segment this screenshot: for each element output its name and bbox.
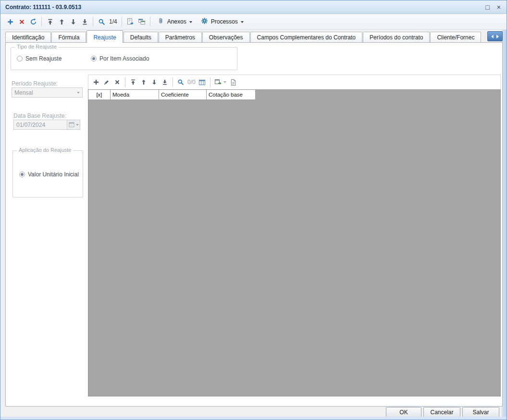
radio-label: Valor Unitário Inicial xyxy=(28,171,79,178)
periodo-reajuste-value: Mensal xyxy=(12,89,74,96)
data-base-reajuste-label: Data Base Reajuste: xyxy=(13,112,66,119)
radio-circle-icon xyxy=(17,56,23,62)
data-base-reajuste-field: 01/07/2024 xyxy=(13,120,80,130)
maximize-button[interactable]: □ xyxy=(485,4,489,11)
titlebar[interactable]: Contrato: 111111 - 03.9.0513 □ × xyxy=(0,0,507,14)
save-button[interactable]: Salvar xyxy=(462,407,499,417)
radio-por-item-associado[interactable]: Por Item Associado xyxy=(91,55,149,62)
pencil-icon xyxy=(103,79,110,86)
toolbar-separator xyxy=(210,77,210,87)
date-picker-button[interactable] xyxy=(67,120,80,130)
grid-column-header[interactable]: Cotação base xyxy=(207,90,256,100)
refresh-icon xyxy=(30,18,37,25)
tab-periodos-contrato[interactable]: Períodos do contrato xyxy=(363,32,430,42)
date-input[interactable]: 01/07/2024 xyxy=(13,120,67,130)
grid-column-header[interactable]: Coeficiente xyxy=(159,90,207,100)
delete-record-button[interactable] xyxy=(16,16,27,27)
tab-scroll-left-icon[interactable] xyxy=(491,35,494,38)
previous-record-button[interactable] xyxy=(56,16,67,27)
window-title: Contrato: 111111 - 03.9.0513 xyxy=(5,4,81,11)
chevron-down-icon xyxy=(77,92,80,94)
plus-icon xyxy=(7,18,14,25)
grid-report-button[interactable] xyxy=(228,77,239,87)
grid-edit-button[interactable] xyxy=(101,77,112,87)
grid-column-header[interactable]: [x] xyxy=(88,90,111,100)
chevron-down-icon xyxy=(223,81,226,83)
paperclip-icon xyxy=(157,17,164,26)
first-record-button[interactable] xyxy=(44,16,56,27)
tab-scroll-box xyxy=(487,31,503,41)
close-button[interactable]: × xyxy=(497,4,501,11)
radio-valor-unitario-inicial[interactable]: Valor Unitário Inicial xyxy=(19,171,79,178)
document-icon xyxy=(230,79,237,86)
grid-header: [x] Moeda Coeficiente Cotação base xyxy=(88,90,500,100)
tab-identificacao[interactable]: Identificação xyxy=(5,32,51,42)
grid-column-header[interactable]: Moeda xyxy=(111,90,159,100)
anexos-label: Anexos xyxy=(167,18,186,25)
grid-search-button[interactable] xyxy=(175,77,186,87)
window-frame-bottom xyxy=(0,417,507,420)
hierarchy-button[interactable] xyxy=(124,16,136,27)
search-icon xyxy=(177,79,184,86)
window-frame-left xyxy=(0,30,2,420)
export-icon xyxy=(214,78,222,86)
periodo-reajuste-select[interactable]: Mensal xyxy=(12,87,83,98)
combo-dropdown-button[interactable] xyxy=(74,88,82,97)
tab-defaults[interactable]: Defaults xyxy=(124,32,158,42)
radio-sem-reajuste[interactable]: Sem Reajuste xyxy=(17,55,62,62)
aplicacao-do-reajuste-group: Aplicação do Reajuste Valor Unitário Ini… xyxy=(12,150,83,198)
search-button[interactable] xyxy=(96,16,107,27)
grid-first-button[interactable] xyxy=(128,77,138,87)
refresh-button[interactable] xyxy=(27,16,39,27)
search-icon xyxy=(98,18,105,25)
tab-formula[interactable]: Fórmula xyxy=(51,32,86,42)
grid-prev-button[interactable] xyxy=(138,77,149,87)
delete-x-icon xyxy=(114,79,121,86)
toolbar-separator xyxy=(125,77,125,87)
related-window-button[interactable] xyxy=(136,16,148,27)
columns-icon xyxy=(198,79,206,86)
arrow-up-bar-icon xyxy=(130,79,136,86)
toolbar-separator xyxy=(93,17,93,26)
plus-icon xyxy=(93,79,99,86)
grid-add-button[interactable] xyxy=(91,77,101,87)
gear-icon xyxy=(201,17,208,26)
contract-window: Contrato: 111111 - 03.9.0513 □ × xyxy=(0,0,507,420)
main-toolbar: 1/4 Anexos Processos xyxy=(0,14,507,30)
record-counter: 1/4 xyxy=(109,18,117,25)
processos-button[interactable]: Processos xyxy=(197,16,248,27)
tab-reajuste[interactable]: Reajuste xyxy=(87,30,123,43)
anexos-button[interactable]: Anexos xyxy=(153,16,197,27)
tab-strip: Identificação Fórmula Reajuste Defaults … xyxy=(5,30,503,42)
arrow-down-icon xyxy=(151,79,158,86)
tab-observacoes[interactable]: Observações xyxy=(202,32,250,42)
aplicacao-do-reajuste-legend: Aplicação do Reajuste xyxy=(17,147,73,153)
periodo-reajuste-label: Período Reajuste: xyxy=(12,80,58,87)
tab-campos-complementares[interactable]: Campos Complementares do Contrato xyxy=(250,32,362,42)
tab-scroll-right-icon[interactable] xyxy=(496,35,499,38)
last-record-button[interactable] xyxy=(79,16,90,27)
processos-label: Processos xyxy=(211,18,238,25)
ok-button[interactable]: OK xyxy=(386,407,421,417)
reajuste-tab-panel: Tipo de Reajuste Sem Reajuste Por Item A… xyxy=(5,42,503,407)
add-record-button[interactable] xyxy=(4,16,16,27)
grid-delete-button[interactable] xyxy=(112,77,123,87)
next-record-button[interactable] xyxy=(67,16,79,27)
tab-cliente-fornecedor[interactable]: Cliente/Fornec xyxy=(430,32,481,42)
cancel-button[interactable]: Cancelar xyxy=(423,407,460,417)
toolbar-separator xyxy=(173,77,173,87)
grid-export-button[interactable] xyxy=(213,77,228,87)
arrow-down-bar-icon xyxy=(161,79,168,86)
grid-column-chooser-button[interactable] xyxy=(197,77,208,87)
tab-parametros[interactable]: Parâmetros xyxy=(159,32,202,42)
chevron-down-icon xyxy=(241,21,244,23)
grid-next-button[interactable] xyxy=(149,77,160,87)
radio-label: Sem Reajuste xyxy=(25,55,62,62)
calendar-icon xyxy=(69,121,74,129)
tipo-de-reajuste-group: Tipo de Reajuste Sem Reajuste Por Item A… xyxy=(11,47,237,70)
radio-circle-icon xyxy=(91,56,97,62)
grid-last-button[interactable] xyxy=(160,77,170,87)
grid-record-counter: 0/0 xyxy=(187,79,196,86)
windows-icon xyxy=(138,18,146,25)
radio-label: Por Item Associado xyxy=(99,55,149,62)
